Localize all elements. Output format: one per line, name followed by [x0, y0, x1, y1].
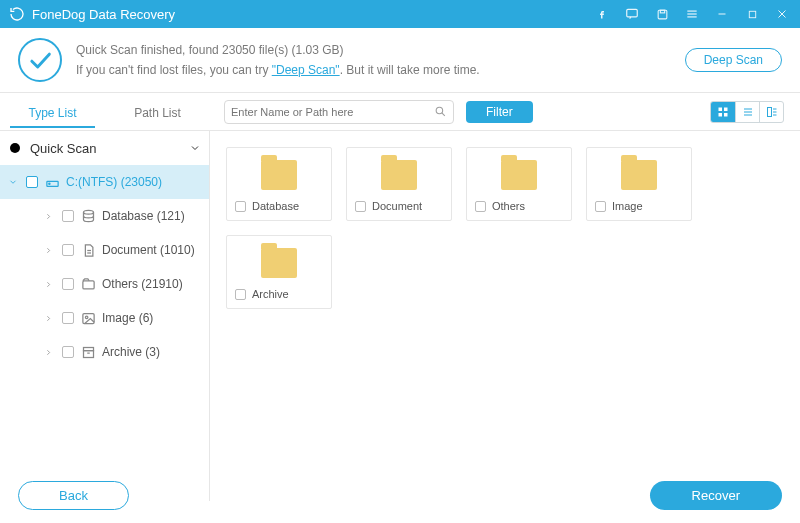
checkbox[interactable] [62, 210, 74, 222]
tree-child[interactable]: Image (6) [0, 301, 209, 335]
svg-point-25 [83, 210, 93, 214]
checkbox[interactable] [62, 244, 74, 256]
drive-icon [44, 175, 60, 190]
svg-rect-14 [719, 113, 723, 117]
tree-root-quick-scan[interactable]: Quick Scan [0, 131, 209, 165]
others-icon [80, 277, 96, 292]
tree-label: Image (6) [102, 311, 153, 325]
checkbox[interactable] [62, 312, 74, 324]
feedback-icon[interactable] [618, 0, 646, 28]
svg-rect-13 [724, 107, 728, 111]
svg-rect-2 [660, 10, 664, 13]
folder-label: Image [612, 200, 683, 212]
back-button[interactable]: Back [18, 481, 129, 510]
list-mode-tabs: Type List Path List [0, 96, 210, 128]
chevron-right-icon[interactable] [44, 348, 56, 357]
database-icon [80, 209, 96, 224]
titlebar: FoneDog Data Recovery [0, 0, 800, 28]
checkbox[interactable] [235, 201, 246, 212]
toolbar: Type List Path List Filter [0, 93, 800, 131]
image-icon [80, 311, 96, 326]
checkbox[interactable] [62, 346, 74, 358]
tab-path-list[interactable]: Path List [105, 96, 210, 128]
tree-child[interactable]: Document (1010) [0, 233, 209, 267]
deep-scan-link[interactable]: "Deep Scan" [272, 63, 340, 77]
checkbox[interactable] [475, 201, 486, 212]
search-input[interactable] [231, 106, 434, 118]
chevron-right-icon[interactable] [44, 314, 56, 323]
svg-rect-32 [83, 350, 93, 357]
svg-point-30 [85, 316, 88, 319]
folder-card[interactable]: Document [346, 147, 452, 221]
folder-label: Others [492, 200, 563, 212]
svg-rect-28 [82, 280, 93, 288]
tree-label: Document (1010) [102, 243, 195, 257]
tree-label: Quick Scan [30, 141, 96, 156]
svg-point-24 [48, 183, 49, 184]
deep-scan-button[interactable]: Deep Scan [685, 48, 782, 72]
tree-label: C:(NTFS) (23050) [66, 175, 162, 189]
folder-card[interactable]: Archive [226, 235, 332, 309]
checkbox[interactable] [26, 176, 38, 188]
tree-child[interactable]: Archive (3) [0, 335, 209, 369]
folder-card[interactable]: Database [226, 147, 332, 221]
search-box[interactable] [224, 100, 454, 124]
tree-drive-c[interactable]: C:(NTFS) (23050) [0, 165, 209, 199]
bottom-bar: Back Recover [0, 467, 800, 523]
recover-button[interactable]: Recover [650, 481, 782, 510]
search-icon [434, 105, 447, 118]
checkbox[interactable] [235, 289, 246, 300]
folder-icon [381, 160, 417, 190]
folder-label: Database [252, 200, 323, 212]
check-circle-icon [18, 38, 62, 82]
svg-rect-0 [627, 9, 638, 17]
tree-child[interactable]: Database (121) [0, 199, 209, 233]
maximize-icon[interactable] [738, 0, 766, 28]
checkbox[interactable] [62, 278, 74, 290]
save-icon[interactable] [648, 0, 676, 28]
main-area: Quick Scan C:(NTFS) (23050) Database (12… [0, 131, 800, 501]
chevron-down-icon[interactable] [189, 142, 201, 154]
menu-icon[interactable] [678, 0, 706, 28]
window-controls [588, 0, 800, 28]
view-mode-toggle [710, 101, 784, 123]
folder-grid: DatabaseDocumentOthersImageArchive [210, 131, 800, 501]
tree-child[interactable]: Others (21910) [0, 267, 209, 301]
svg-rect-19 [767, 107, 771, 116]
close-icon[interactable] [768, 0, 796, 28]
filter-button[interactable]: Filter [466, 101, 533, 123]
svg-rect-29 [82, 313, 93, 323]
folder-icon [501, 160, 537, 190]
folder-icon [261, 160, 297, 190]
bullet-icon [10, 143, 20, 153]
folder-card[interactable]: Others [466, 147, 572, 221]
tree-label: Others (21910) [102, 277, 183, 291]
tree-label: Database (121) [102, 209, 185, 223]
svg-rect-12 [719, 107, 723, 111]
deep-scan-hint: If you can't find lost files, you can tr… [76, 60, 480, 80]
app-title: FoneDog Data Recovery [32, 7, 175, 22]
folder-label: Archive [252, 288, 323, 300]
svg-rect-7 [749, 11, 755, 17]
tab-type-list[interactable]: Type List [0, 96, 105, 128]
document-icon [80, 243, 96, 258]
folder-icon [621, 160, 657, 190]
view-grid-icon[interactable] [711, 102, 735, 122]
checkbox[interactable] [355, 201, 366, 212]
chevron-right-icon[interactable] [44, 212, 56, 221]
view-detail-icon[interactable] [759, 102, 783, 122]
view-list-icon[interactable] [735, 102, 759, 122]
minimize-icon[interactable] [708, 0, 736, 28]
folder-label: Document [372, 200, 443, 212]
archive-icon [80, 345, 96, 360]
chevron-right-icon[interactable] [44, 246, 56, 255]
chevron-right-icon[interactable] [44, 280, 56, 289]
sidebar-tree: Quick Scan C:(NTFS) (23050) Database (12… [0, 131, 210, 501]
chevron-down-icon[interactable] [8, 177, 20, 187]
tree-label: Archive (3) [102, 345, 160, 359]
scan-result-headline: Quick Scan finished, found 23050 file(s)… [76, 40, 480, 60]
checkbox[interactable] [595, 201, 606, 212]
folder-card[interactable]: Image [586, 147, 692, 221]
facebook-icon[interactable] [588, 0, 616, 28]
svg-line-11 [442, 113, 445, 116]
